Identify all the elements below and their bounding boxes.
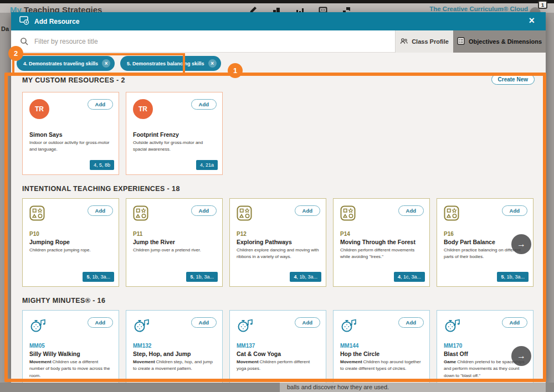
resource-description: MovementChildren use a different number … bbox=[29, 359, 112, 379]
tab-class-profile[interactable]: Class Profile bbox=[395, 30, 453, 53]
resource-title: Step, Hop, and Jump bbox=[133, 350, 216, 357]
mighty-minutes-icon bbox=[237, 325, 253, 334]
resource-code: MM05 bbox=[29, 343, 112, 349]
resource-code: P11 bbox=[133, 231, 216, 237]
objectives-tag: 5, 1b, 3a... bbox=[497, 272, 529, 282]
resource-card-p14[interactable]: Add P14 Moving Through the Forest Childr… bbox=[333, 198, 430, 287]
chip-label: 5. Demonstrates balancing skills bbox=[127, 61, 204, 66]
add-button[interactable]: Add bbox=[502, 205, 527, 216]
mighty-minutes-icon bbox=[133, 325, 150, 334]
modal-title: Add Resource bbox=[34, 18, 79, 25]
resource-description: Children practice jumping rope. bbox=[29, 247, 112, 254]
resource-description: MovementChildren perform different yoga … bbox=[237, 359, 319, 373]
resource-card-p11[interactable]: Add P11 Jump the River Children jump ove… bbox=[126, 198, 223, 287]
resource-card-mm144[interactable]: Add MM144 Hop the Circle MovementChildre… bbox=[333, 310, 430, 383]
resource-card-mm05[interactable]: Add MM05 Silly Willy Walking MovementChi… bbox=[22, 310, 119, 383]
ite-card-row: Add P10 Jumping Rope Children practice j… bbox=[22, 198, 534, 287]
resource-title: Hop the Circle bbox=[340, 350, 423, 357]
resource-title: Footprint Frenzy bbox=[133, 131, 216, 138]
search-input[interactable] bbox=[34, 30, 356, 53]
tab-label: Class Profile bbox=[412, 38, 449, 45]
add-button[interactable]: Add bbox=[191, 317, 217, 328]
add-button[interactable]: Add bbox=[502, 317, 527, 328]
add-resource-icon bbox=[19, 16, 29, 27]
filter-chip-traveling-skills[interactable]: 4. Demonstrates traveling skills × bbox=[17, 56, 115, 71]
resource-title: Jump the River bbox=[133, 239, 216, 245]
resource-description: Outside activity for gross-motor and spa… bbox=[133, 140, 216, 153]
scroll-right-arrow-button[interactable]: → bbox=[511, 346, 531, 366]
modal-header: Add Resource × bbox=[11, 12, 546, 30]
add-button[interactable]: Add bbox=[295, 317, 320, 328]
resource-description: Children perform different movements whi… bbox=[340, 247, 423, 261]
resource-code: P14 bbox=[340, 231, 423, 237]
section-heading-ite: INTENTIONAL TEACHING EXPERIENCES - 18 bbox=[22, 185, 180, 193]
objectives-tag: 4, 1b, 3a... bbox=[290, 272, 321, 282]
resource-title: Moving Through the Forest bbox=[340, 239, 423, 245]
resource-description: Children jump over a pretend river. bbox=[133, 247, 216, 254]
intentional-teaching-icon bbox=[444, 213, 459, 223]
mighty-minutes-icon bbox=[444, 325, 460, 334]
resource-description: Children explore dancing and moving with… bbox=[237, 247, 319, 261]
objectives-tag: 4, 21a bbox=[196, 160, 218, 170]
resource-code: MM170 bbox=[444, 343, 526, 349]
resource-card-p12[interactable]: Add P12 Exploring Pathways Children expl… bbox=[229, 198, 326, 287]
resource-card-p10[interactable]: Add P10 Jumping Rope Children practice j… bbox=[22, 198, 119, 287]
search-bar: Class Profile Objectives & Dimensions bbox=[11, 30, 546, 53]
intentional-teaching-icon bbox=[133, 213, 148, 223]
resource-code: MM137 bbox=[237, 343, 319, 349]
create-new-button[interactable]: Create New bbox=[491, 74, 535, 85]
brand-title: The Creative Curriculum® Cloud bbox=[429, 6, 528, 12]
objectives-list-icon bbox=[457, 37, 465, 46]
resource-code: MM132 bbox=[133, 343, 216, 349]
custom-card-row: TR Add Simon Says Indoor or outdoor acti… bbox=[22, 92, 223, 175]
objectives-tag: 4, 5, 8b bbox=[90, 160, 114, 170]
resource-card-p16[interactable]: Add P16 Body Part Balance Children pract… bbox=[437, 198, 534, 287]
resource-code: P10 bbox=[29, 231, 112, 237]
add-button[interactable]: Add bbox=[191, 99, 217, 110]
app-header: My Teaching Strategies The Creative Curr… bbox=[0, 3, 554, 13]
active-filter-chips: 4. Demonstrates traveling skills × 5. De… bbox=[17, 56, 221, 71]
annotation-badge-1: 1 bbox=[538, 1, 547, 9]
remove-filter-icon[interactable]: × bbox=[208, 59, 217, 68]
resource-title: Cat & Cow Yoga bbox=[237, 350, 319, 357]
add-button[interactable]: Add bbox=[88, 205, 113, 216]
resource-description: Indoor or outdoor activity for gross-mot… bbox=[29, 140, 112, 153]
close-icon[interactable]: × bbox=[529, 14, 535, 27]
resource-card-footprint-frenzy[interactable]: TR Add Footprint Frenzy Outside activity… bbox=[126, 92, 223, 175]
tab-label: Objectives & Dimensions bbox=[469, 38, 542, 45]
intentional-teaching-icon bbox=[340, 213, 356, 223]
chip-label: 4. Demonstrates traveling skills bbox=[23, 61, 98, 66]
background-bottom-strip: balls and discover how they are used. bbox=[0, 383, 554, 392]
resource-list: MY CUSTOM RESOURCES - 2 Create New TR Ad… bbox=[22, 76, 536, 383]
add-button[interactable]: Add bbox=[88, 99, 113, 110]
section-heading-custom: MY CUSTOM RESOURCES - 2 bbox=[22, 76, 125, 84]
add-resource-modal: Add Resource × Class Profile Objectives … bbox=[11, 12, 546, 383]
resource-card-simon-says[interactable]: TR Add Simon Says Indoor or outdoor acti… bbox=[22, 92, 119, 175]
screen: My Teaching Strategies The Creative Curr… bbox=[0, 0, 554, 392]
add-button[interactable]: Add bbox=[295, 205, 320, 216]
teacher-resource-badge: TR bbox=[133, 99, 153, 119]
mighty-minutes-icon bbox=[29, 325, 46, 334]
resource-card-mm170[interactable]: Add MM170 Blast Off GameChildren pretend… bbox=[437, 310, 534, 383]
filter-chip-balancing-skills[interactable]: 5. Demonstrates balancing skills × bbox=[120, 56, 221, 71]
search-icon bbox=[20, 37, 29, 46]
remove-filter-icon[interactable]: × bbox=[102, 59, 110, 68]
resource-card-mm137[interactable]: Add MM137 Cat & Cow Yoga MovementChildre… bbox=[229, 310, 326, 383]
objectives-tag: 5, 1b, 3a... bbox=[83, 272, 114, 282]
resource-card-mm132[interactable]: Add MM132 Step, Hop, and Jump MovementCh… bbox=[126, 310, 223, 383]
section-heading-mm: MIGHTY MINUTES® - 16 bbox=[22, 297, 105, 305]
intentional-teaching-icon bbox=[237, 213, 252, 223]
add-button[interactable]: Add bbox=[398, 317, 424, 328]
add-button[interactable]: Add bbox=[398, 205, 424, 216]
resource-description: MovementChildren hop around together to … bbox=[340, 359, 423, 373]
intentional-teaching-icon bbox=[29, 213, 45, 223]
background-text: balls and discover how they are used. bbox=[280, 383, 546, 392]
add-button[interactable]: Add bbox=[88, 317, 113, 328]
tab-objectives-dimensions[interactable]: Objectives & Dimensions bbox=[453, 30, 546, 53]
add-button[interactable]: Add bbox=[191, 205, 217, 216]
mighty-minutes-icon bbox=[340, 325, 357, 334]
people-icon bbox=[400, 38, 408, 46]
scroll-right-arrow-button[interactable]: → bbox=[511, 234, 531, 254]
objectives-tag: 5, 1b, 3a... bbox=[186, 272, 218, 282]
background-partial-text: Da bbox=[1, 25, 9, 32]
